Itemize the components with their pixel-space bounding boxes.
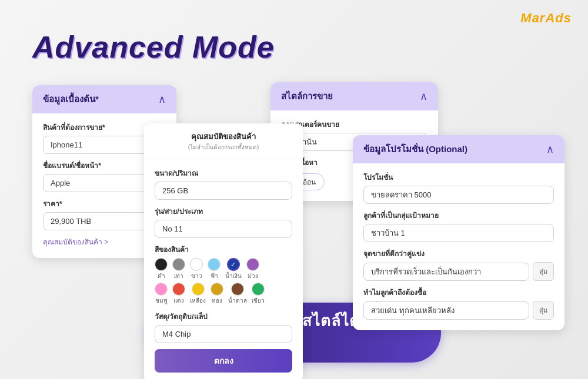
promo-collapse-icon[interactable]: ∧ (546, 143, 554, 156)
collapse-icon[interactable]: ∧ (158, 93, 166, 106)
card-product-props: คุณสมบัติของสินค้า (ไม่จำเป็นต้องกรอกทั้… (144, 123, 303, 379)
chip-label: วัสดุ/วัตถุดิบ/แล็ป (155, 311, 292, 322)
brand-logo: MarAds (520, 11, 572, 26)
color-gray[interactable]: เทา (172, 258, 185, 280)
size-label: ขนาด/ปริมาณ (155, 167, 292, 179)
target-label: ลูกค้าที่เป็นกลุ่มเป้าหมาย (363, 210, 554, 221)
color-label: สีของสินค้า (155, 244, 292, 255)
props-link[interactable]: คุณสมบัติของสินค้า > (43, 238, 108, 246)
page-title: Advanced Mode (32, 29, 275, 65)
color-red[interactable]: แดง (172, 283, 185, 305)
promo-label: โปรโมชั่น (363, 172, 554, 183)
promo-input[interactable] (363, 186, 554, 204)
advantage-label: จุดขายที่ดีกว่าคู่แข่ง (363, 248, 554, 259)
card-props-title: คุณสมบัติของสินค้า (191, 130, 256, 143)
style-collapse-icon[interactable]: ∧ (420, 90, 427, 103)
colors-row-1: ดำ เทา ขาว ฟ้า ✓ น้ำเงิน ม (155, 258, 292, 280)
advantage-random-btn[interactable]: สุ่ม (533, 262, 554, 281)
confirm-button[interactable]: ตกลง (155, 349, 292, 373)
card-promo-header: ข้อมูลโปรโมชั่น (Optional) ∧ (353, 135, 564, 163)
colors-row-2: ชมพู แดง เหลือง ทอง น้ำตาล เขียว (155, 283, 292, 305)
character-label: คาแรกเตอร์คนขาย (281, 119, 427, 130)
card-basic-header: ข้อมูลเบื้องต้น* ∧ (32, 85, 176, 113)
why-label: ทำไมลูกค้าถึงต้องซื้อ (363, 287, 554, 298)
color-gold[interactable]: ทอง (211, 283, 223, 305)
color-black[interactable]: ดำ (155, 258, 168, 280)
card-basic-title: ข้อมูลเบื้องต้น* (43, 92, 99, 106)
card-style-title: สไตล์การขาย (281, 89, 333, 103)
color-brown[interactable]: น้ำตาล (228, 283, 247, 305)
card-promo-body: โปรโมชั่น ลูกค้าที่เป็นกลุ่มเป้าหมาย จุด… (353, 163, 564, 330)
color-pink[interactable]: ชมพู (155, 283, 168, 305)
color-yellow[interactable]: เหลือง (190, 283, 206, 305)
advantage-row: สุ่ม (363, 262, 554, 281)
card-style-header: สไตล์การขาย ∧ (270, 82, 438, 110)
card-props-header: คุณสมบัติของสินค้า (ไม่จำเป็นต้องกรอกทั้… (144, 123, 303, 159)
chip-input[interactable] (155, 325, 292, 343)
color-white[interactable]: ขาว (190, 258, 203, 280)
model-input[interactable] (155, 220, 292, 238)
advantage-input[interactable] (363, 263, 529, 281)
target-input[interactable] (363, 224, 554, 242)
color-blue[interactable]: ✓ น้ำเงิน (225, 258, 242, 280)
color-lightblue[interactable]: ฟ้า (208, 258, 220, 280)
card-props-subtitle: (ไม่จำเป็นต้องกรอกทั้งหมด) (188, 143, 259, 152)
model-label: รุ่น/สาย/ประเภท (155, 206, 292, 217)
why-input[interactable] (363, 301, 529, 320)
why-row: สุ่ม (363, 301, 554, 320)
card-props-body: ขนาด/ปริมาณ รุ่น/สาย/ประเภท สีของสินค้า … (144, 159, 303, 379)
color-purple[interactable]: ม่วง (246, 258, 259, 280)
color-green[interactable]: เขียว (252, 283, 265, 305)
card-promo-title: ข้อมูลโปรโมชั่น (Optional) (363, 142, 467, 156)
why-random-btn[interactable]: สุ่ม (533, 301, 554, 320)
card-promo-info: ข้อมูลโปรโมชั่น (Optional) ∧ โปรโมชั่น ล… (353, 135, 564, 330)
size-input[interactable] (155, 182, 292, 200)
